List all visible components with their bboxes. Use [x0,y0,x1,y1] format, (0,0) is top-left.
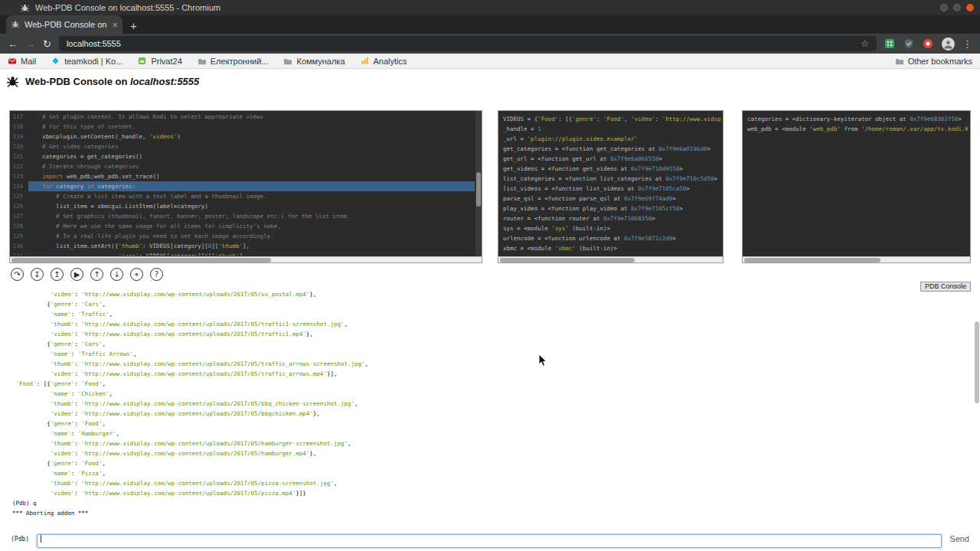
bookmark-item[interactable]: Privat24 [138,57,181,66]
back-button[interactable]: ← [8,39,18,49]
variable-line: urlencode = <function urlencode at 0x7f9… [503,233,721,243]
code-line: 130 list_item.setArt({'thumb': VIDEOS[ca… [10,241,475,251]
console-line: 'thumb': 'http://www.vidsplay.com/wp-con… [12,359,971,369]
down-button[interactable]: ↓ [110,268,123,281]
console-line: 'video': 'http://www.vidsplay.com/wp-con… [12,289,971,299]
console-line: 'thumb': 'http://www.vidsplay.com/wp-con… [12,439,971,448]
bookmark-label: teamkodi | Ko... [64,57,122,66]
pdb-command-input-wrap [37,532,942,546]
text-cursor [41,535,41,543]
continue-button[interactable]: ▶ [70,268,83,281]
bookmark-items: Mailteamkodi | Ko...Privat24Електронний.… [8,57,407,66]
variable-line: VIDEOS = {'Food': [{'genre': 'Food', 'vi… [503,114,721,124]
code-line: 126 list_item = xbmcgui.ListItem(label=c… [10,201,475,211]
bookmark-item[interactable]: Analytics [361,57,407,66]
code-listing: 117 # Set plugin content. It allows Kodi… [10,112,475,256]
browser-toolbar: ← → ↻ localhost:5555 ☆ ⋮ [0,34,980,54]
current-file-label: Current file: main.py(124) [395,110,482,111]
other-bookmarks-button[interactable]: Other bookmarks [895,57,972,66]
browser-tab[interactable]: Web-PDB Console on loca × [6,15,122,34]
extension-red-icon[interactable] [923,38,934,50]
new-tab-button[interactable]: + [130,20,137,31]
send-button[interactable]: Send [949,534,969,543]
bookmark-item[interactable]: Коммуналка [283,57,345,66]
page-title: Web-PDB Console on localhost:5555 [25,76,199,87]
help-button[interactable]: ? [150,268,163,281]
profile-avatar[interactable] [942,37,955,51]
step-into-button[interactable]: ↧ [31,268,44,281]
extension-green-icon[interactable] [884,38,896,50]
maximize-button[interactable] [953,4,961,11]
page-scrollbar[interactable] [974,69,980,551]
window-controls [940,4,974,11]
code-horizontal-scrollbar[interactable] [10,256,482,262]
console-line: 'video': 'http://www.vidsplay.com/wp-con… [12,448,971,458]
analytics-icon [361,57,370,66]
code-line: 127 # Set graphics (thumbnail, fanart, b… [10,211,475,221]
window-title: Web-PDB Console on localhost:5555 - Chro… [35,3,220,12]
tab-close-icon[interactable]: × [112,20,118,30]
extension-icons [884,38,934,50]
bookmark-star-icon[interactable]: ☆ [861,38,869,49]
bookmark-item[interactable]: Електронний... [198,57,269,66]
code-vertical-scrollbar[interactable] [475,111,482,256]
variable-line: xbmc = <module 'xbmc' (built-in)> [503,243,721,253]
code-line: 128 # Here we use the same image for all… [10,221,475,231]
locals-horizontal-scrollbar[interactable] [743,256,970,262]
code-vertical-scrollbar-thumb[interactable] [476,172,481,207]
code-line: 124 for category in categories: [10,181,475,191]
console-line: 'video': 'http://www.vidsplay.com/wp-con… [12,369,971,379]
mouse-cursor [538,354,547,370]
window-titlebar: Web-PDB Console on localhost:5555 - Chro… [0,0,980,15]
code-line: 122 # Iterate through categories [10,161,475,171]
reload-button[interactable]: ↻ [43,39,51,49]
bookmark-label: Електронний... [211,57,269,66]
page-scrollbar-thumb[interactable] [975,321,979,403]
console-line: 'video': 'http://www.vidsplay.com/wp-con… [12,329,971,339]
page-header: Web-PDB Console on localhost:5555 [6,75,199,88]
debugger-toolbar: ↷↧↥▶↑↓⌖? [11,268,163,281]
bookmark-item[interactable]: teamkodi | Ko... [51,57,122,66]
globals-horizontal-scrollbar-thumb[interactable] [500,258,635,262]
tab-title: Web-PDB Console on loca [24,20,107,29]
variable-line: _url = 'plugin://plugin.video.example/' [503,134,721,144]
code-line: 117 # Set plugin content. It allows Kodi… [10,112,475,122]
globals-label: Globals [691,110,724,111]
pdb-command-input[interactable] [37,534,942,548]
console-line: 'name': 'Hamburger', [12,429,971,439]
code-line: 118 # for this type of content. [10,122,475,132]
kodi-icon [51,57,60,66]
variable-line: web_pdb = <module 'web_pdb' from '/home/… [747,124,969,134]
console-line: 'video': 'http://www.vidsplay.com/wp-con… [12,409,971,419]
variable-line: parse_qsl = <function parse_qsl at 0x7f9… [503,194,721,204]
console-line: {'genre': 'Food', [12,458,971,468]
folder-icon [283,57,292,66]
web-pdb-logo-bug-icon [6,75,19,88]
folder-icon [895,57,904,66]
minimize-button[interactable] [940,4,948,11]
locals-panel: Locals categories = <dictionary-keyitera… [742,110,971,263]
code-line: 129 # In a real-life plugin you need to … [10,231,475,241]
globals-listing: VIDEOS = {'Food': [{'genre': 'Food', 'vi… [503,114,721,256]
close-window-button[interactable] [966,4,974,11]
console-output: 'video': 'http://www.vidsplay.com/wp-con… [9,289,971,520]
code-line: 125 # Create a list item with a text lab… [10,191,475,201]
next-button[interactable]: ↷ [11,268,24,281]
console-line: 'thumb': 'http://www.vidsplay.com/wp-con… [12,399,971,409]
bookmark-item[interactable]: Mail [8,57,36,66]
up-button[interactable]: ↑ [90,268,103,281]
prompt-bar: (Pdb) Send [0,529,980,549]
address-bar[interactable]: localhost:5555 ☆ [59,36,877,51]
browser-menu-icon[interactable]: ⋮ [962,38,972,50]
globals-horizontal-scrollbar[interactable] [498,256,723,262]
url-text: localhost:5555 [67,39,121,48]
variable-line: sys = <module 'sys' (built-in)> [503,223,721,233]
locals-horizontal-scrollbar-thumb[interactable] [744,258,880,262]
code-horizontal-scrollbar-thumb[interactable] [11,258,271,262]
console-line: 'thumb': 'http://www.vidsplay.com/wp-con… [12,319,971,329]
extension-shield-icon[interactable] [903,38,915,50]
where-button[interactable]: ⌖ [130,268,143,281]
forward-button[interactable]: → [25,39,35,49]
step-out-button[interactable]: ↥ [51,268,64,281]
bookmarks-bar: Mailteamkodi | Ko...Privat24Електронний.… [0,54,980,69]
